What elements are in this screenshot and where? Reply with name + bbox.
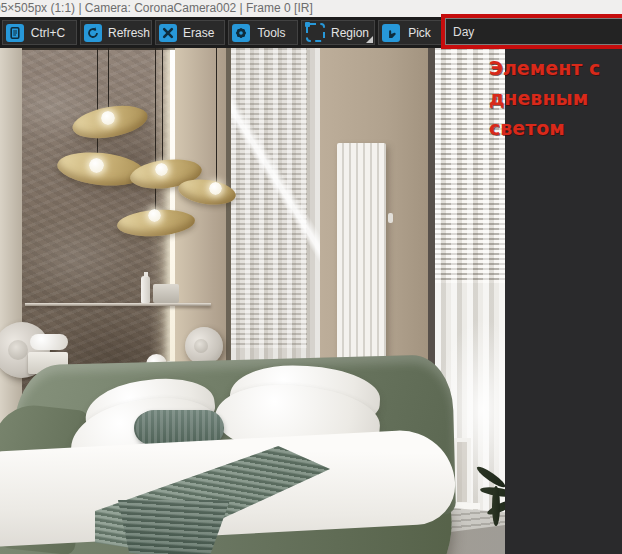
pendant-lamp-bulb xyxy=(209,182,222,195)
erase-button[interactable]: Erase xyxy=(155,20,225,45)
corona-vfb-window: 05×505px (1:1) | Camera: CoronaCamera002… xyxy=(0,0,622,554)
annotation-line-2: дневным xyxy=(489,83,622,113)
wall-sconce-right-knob xyxy=(194,339,208,353)
pendant-cable xyxy=(216,48,217,184)
region-dropdown-arrow[interactable] xyxy=(366,36,373,43)
glass-shelf xyxy=(25,303,211,306)
refresh-button-label: Refresh xyxy=(102,26,156,40)
decor-sculpture xyxy=(30,334,68,350)
copy-icon xyxy=(6,24,24,42)
tools-button-label: Tools xyxy=(250,26,293,40)
annotation-line-1: Элемент с xyxy=(489,53,622,83)
region-button[interactable]: Region xyxy=(301,20,375,45)
render-viewport[interactable] xyxy=(0,48,505,554)
red-highlight-box: Day xyxy=(441,14,622,49)
daylight-annotation: Элемент с дневным светом xyxy=(489,53,622,143)
shelf-vase xyxy=(141,276,150,303)
tools-button[interactable]: Tools xyxy=(228,20,298,45)
pendant-cable xyxy=(108,48,109,110)
erase-button-label: Erase xyxy=(177,26,220,40)
wall-sconce-left-knob xyxy=(8,340,28,360)
plant-leaf xyxy=(492,486,500,526)
refresh-icon xyxy=(84,24,102,42)
region-plus-mark xyxy=(305,22,310,27)
refresh-button[interactable]: Refresh xyxy=(80,20,152,45)
pendant-cable xyxy=(97,48,98,158)
pendant-lamp-bulb xyxy=(148,209,161,222)
light-streak xyxy=(231,78,321,268)
radiator-valve xyxy=(388,213,393,223)
lightmix-value: Day xyxy=(446,25,474,39)
pendant-cable xyxy=(162,48,163,164)
copy-button[interactable]: Ctrl+C xyxy=(2,20,77,45)
lightmix-dropdown[interactable]: Day xyxy=(445,18,622,45)
shelf-box xyxy=(153,284,179,303)
pick-button[interactable]: Pick xyxy=(378,20,444,45)
annotation-line-3: светом xyxy=(489,113,622,143)
pick-hand-icon xyxy=(382,24,400,42)
erase-icon xyxy=(159,24,177,42)
pendant-lamp-bulb xyxy=(155,163,168,176)
region-marquee-icon xyxy=(306,23,325,42)
shelf-vase-cap xyxy=(144,272,148,277)
knit-throw-drape xyxy=(118,500,230,554)
pendant-lamp-bulb xyxy=(101,111,115,125)
pendant-lamp-bulb xyxy=(89,158,104,173)
gear-icon xyxy=(232,24,250,42)
pick-button-label: Pick xyxy=(400,26,439,40)
titlebar-text: 05×505px (1:1) | Camera: CoronaCamera002… xyxy=(0,1,313,15)
copy-button-label: Ctrl+C xyxy=(24,26,72,40)
